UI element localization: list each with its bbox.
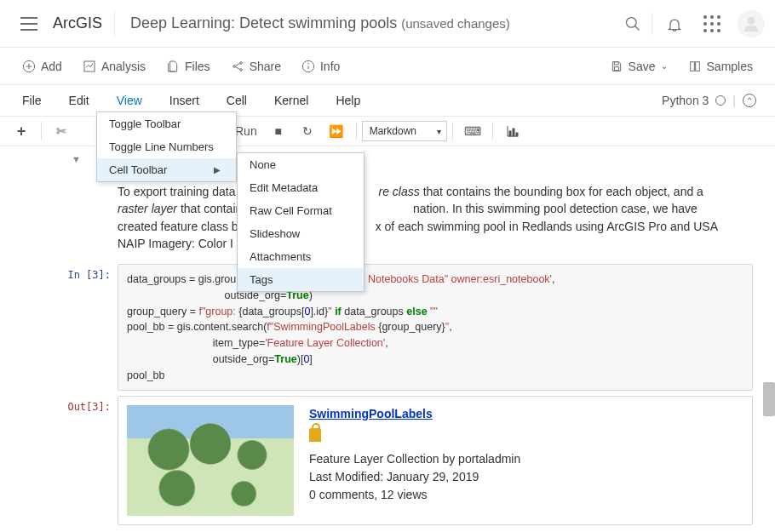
- menu-item-attachments[interactable]: Attachments: [238, 245, 364, 268]
- apps-grid-icon[interactable]: [693, 0, 731, 48]
- analysis-button[interactable]: Analysis: [72, 60, 156, 73]
- menu-item-tags[interactable]: Tags: [238, 268, 364, 291]
- output-prompt: Out[3]:: [66, 396, 118, 525]
- menu-file[interactable]: File: [9, 85, 55, 116]
- svg-line-10: [235, 63, 239, 66]
- hamburger-menu-icon[interactable]: [20, 17, 37, 31]
- input-prompt: In [3]:: [66, 264, 118, 391]
- samples-button[interactable]: Samples: [678, 60, 763, 73]
- menu-kernel[interactable]: Kernel: [261, 85, 322, 116]
- svg-rect-15: [614, 61, 618, 64]
- kernel-status-icon: [715, 95, 726, 106]
- svg-rect-21: [509, 131, 511, 136]
- chevron-down-icon: ⌄: [661, 61, 668, 71]
- svg-point-9: [239, 68, 242, 71]
- menu-item-slideshow[interactable]: Slideshow: [238, 222, 364, 245]
- svg-rect-22: [513, 129, 514, 136]
- insert-cell-button[interactable]: +: [7, 118, 36, 144]
- page-title: Deep Learning: Detect swimming pools (un…: [118, 14, 510, 32]
- code-cell[interactable]: In [3]: data_groups = gis.groups.search(…: [66, 264, 758, 391]
- cell-type-select[interactable]: Markdown: [362, 121, 447, 141]
- cut-button[interactable]: ✄: [47, 118, 76, 144]
- item-stats: 0 comments, 12 views: [309, 488, 428, 501]
- item-title-link[interactable]: SwimmingPoolLabels: [309, 407, 433, 420]
- restart-run-all-button[interactable]: ⏩: [322, 118, 351, 144]
- cell-toolbar-submenu: None Edit Metadata Raw Cell Format Slide…: [237, 152, 365, 292]
- code-input[interactable]: data_groups = gis.groups.search('"ArcGIS…: [118, 264, 753, 391]
- add-button[interactable]: Add: [12, 60, 72, 73]
- interrupt-button[interactable]: ■: [264, 118, 293, 144]
- menu-item-toggle-toolbar[interactable]: Toggle Toolbar: [97, 112, 236, 135]
- search-icon[interactable]: [614, 0, 652, 48]
- command-palette-button[interactable]: ⌨: [458, 118, 487, 144]
- output-cell: Out[3]: SwimmingPoolLabels Feature Layer…: [66, 396, 758, 525]
- submenu-caret-icon: ▶: [214, 165, 221, 174]
- menu-item-cell-toolbar[interactable]: Cell Toolbar▶: [97, 158, 236, 181]
- svg-rect-17: [690, 61, 694, 71]
- menu-item-raw-cell-format[interactable]: Raw Cell Format: [238, 199, 364, 222]
- svg-line-11: [235, 66, 239, 69]
- save-button[interactable]: Save⌄: [600, 60, 678, 73]
- avatar[interactable]: [738, 10, 765, 37]
- notifications-icon[interactable]: [656, 0, 693, 48]
- svg-point-2: [747, 16, 755, 24]
- lock-icon: [309, 428, 321, 442]
- collapse-heading-icon[interactable]: ▼: [72, 154, 81, 164]
- svg-line-1: [635, 26, 640, 30]
- divider: [114, 12, 115, 36]
- menu-item-toggle-line-numbers[interactable]: Toggle Line Numbers: [97, 135, 236, 158]
- menu-item-edit-metadata[interactable]: Edit Metadata: [238, 176, 364, 199]
- svg-rect-18: [695, 61, 699, 71]
- view-menu-dropdown: Toggle Toolbar Toggle Line Numbers Cell …: [96, 112, 237, 182]
- output-area: SwimmingPoolLabels Feature Layer Collect…: [118, 396, 753, 525]
- item-thumbnail[interactable]: [127, 405, 294, 516]
- svg-point-7: [232, 65, 235, 67]
- svg-point-14: [308, 63, 309, 64]
- section-paragraph: To export training dataxxxxxxxxxxxxxxxxx…: [118, 183, 731, 252]
- menu-help[interactable]: Help: [322, 85, 374, 116]
- kernel-indicator: Python 3 | ⌃: [662, 94, 766, 107]
- menu-item-none[interactable]: None: [238, 153, 364, 176]
- restart-button[interactable]: ↻: [293, 118, 322, 144]
- svg-point-0: [627, 17, 637, 27]
- item-modified: Last Modified: January 29, 2019: [309, 470, 479, 483]
- files-button[interactable]: Files: [156, 60, 221, 73]
- unsaved-indicator: (unsaved changes): [401, 16, 510, 31]
- chart-icon[interactable]: [498, 118, 527, 144]
- share-button[interactable]: Share: [221, 60, 291, 73]
- divider: [652, 12, 652, 36]
- expand-header-icon[interactable]: ⌃: [743, 94, 756, 107]
- svg-rect-16: [614, 66, 618, 70]
- item-type-owner: Feature Layer Collection by portaladmin: [309, 452, 520, 466]
- brand-label: ArcGIS: [48, 14, 114, 32]
- svg-rect-23: [516, 133, 518, 136]
- info-button[interactable]: Info: [291, 60, 350, 73]
- scrollbar-thumb[interactable]: [763, 382, 775, 416]
- svg-point-8: [239, 61, 242, 64]
